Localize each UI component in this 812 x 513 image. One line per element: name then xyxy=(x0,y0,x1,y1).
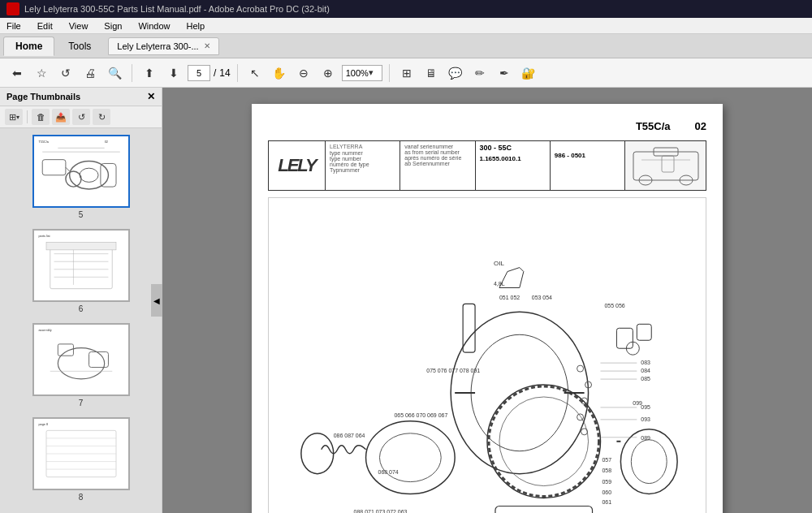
prev-page-button[interactable]: ⬆ xyxy=(139,63,160,84)
thumb-label-6: 6 xyxy=(79,304,84,313)
menu-file[interactable]: File xyxy=(3,19,24,32)
pdf-viewer[interactable]: T55C/a 02 LELY LELYTERRA type nummertype… xyxy=(162,88,812,513)
comment-tool[interactable]: 💬 xyxy=(445,63,466,84)
toolbar-sep-2 xyxy=(237,64,238,82)
menu-edit[interactable]: Edit xyxy=(34,19,56,32)
svg-rect-11 xyxy=(34,231,127,300)
pdf-page: T55C/a 02 LELY LELYTERRA type nummertype… xyxy=(252,104,723,513)
svg-text:055 056: 055 056 xyxy=(604,303,624,308)
note-tool[interactable]: 🖥 xyxy=(421,63,442,84)
machine-thumbnail xyxy=(624,141,706,190)
toolbar: ⬅ ☆ ↺ 🖨 🔍 ⬆ ⬇ / 14 ↖ ✋ ⊖ ⊕ 100% ▾ ⊞ 🖥 💬 … xyxy=(0,58,812,88)
thumb-label-5: 5 xyxy=(79,210,84,219)
thumbnail-6[interactable]: parts list 6 xyxy=(32,229,130,313)
svg-text:095: 095 xyxy=(641,404,650,410)
panel-collapse-button[interactable]: ◀ xyxy=(151,284,162,317)
model-col: 300 - 55C 1.1655.0010.1 xyxy=(476,141,551,190)
thumb-img-7: assembly xyxy=(32,323,130,396)
page-separator: / xyxy=(214,67,216,79)
pen-tool[interactable]: ✒ xyxy=(494,63,515,84)
stamp-tool[interactable]: 🔐 xyxy=(518,63,539,84)
panel-close-button[interactable]: ✕ xyxy=(147,91,155,102)
doc-tab-label: Lely Lelyterra 300-... xyxy=(117,41,198,51)
svg-text:4,8L: 4,8L xyxy=(494,281,505,287)
svg-text:053 054: 053 054 xyxy=(532,295,552,300)
highlight-tool[interactable]: ✏ xyxy=(469,63,490,84)
panel-delete-btn[interactable]: 🗑 xyxy=(32,109,50,125)
svg-text:059: 059 xyxy=(602,479,611,485)
thumbnail-5[interactable]: T55C/a 02 5 xyxy=(32,135,130,219)
thumbnail-8[interactable]: page 8 8 xyxy=(32,417,130,502)
zoom-out-small[interactable]: 🔍 xyxy=(104,63,125,84)
app-icon xyxy=(6,2,19,15)
brand-label: LELYTERRA xyxy=(330,144,395,149)
lely-logo: LELY xyxy=(269,141,326,190)
bookmark-button[interactable]: ☆ xyxy=(31,63,52,84)
svg-text:065 066 070 069 067: 065 066 070 069 067 xyxy=(394,412,447,418)
panel-title: Page Thumbnails xyxy=(6,92,80,101)
back-button[interactable]: ⬅ xyxy=(6,63,28,84)
svg-text:060: 060 xyxy=(602,489,611,495)
svg-text:085: 085 xyxy=(641,376,650,382)
next-page-button[interactable]: ⬇ xyxy=(163,63,184,84)
page-num: 02 xyxy=(695,120,706,132)
rotate-button[interactable]: ↺ xyxy=(55,63,76,84)
thumb-label-7: 7 xyxy=(79,399,84,407)
zoom-level: 100% xyxy=(346,68,369,78)
diagram-area: OIL 4,8L xyxy=(268,197,706,513)
doc-tab-close[interactable]: ✕ xyxy=(204,41,210,50)
panel-view-btn[interactable]: ⊞▾ xyxy=(5,109,23,125)
menu-sign[interactable]: Sign xyxy=(101,19,125,32)
total-pages: 14 xyxy=(219,67,230,79)
hand-tool-button[interactable]: ✋ xyxy=(269,63,290,84)
svg-rect-18 xyxy=(46,242,116,250)
info-table: LELY LELYTERRA type nummertype numbernum… xyxy=(268,140,706,191)
serial-header: vanaf serienummeras from serial numberap… xyxy=(404,144,470,166)
left-panel: Page Thumbnails ✕ ⊞▾ 🗑 📤 ↺ ↻ xyxy=(0,88,162,513)
svg-text:068 074: 068 074 xyxy=(378,469,399,475)
menu-bar: File Edit View Sign Window Help xyxy=(0,18,812,34)
panel-redo-btn[interactable]: ↻ xyxy=(93,109,110,125)
menu-help[interactable]: Help xyxy=(184,19,209,32)
svg-text:assembly: assembly xyxy=(38,329,51,332)
zoom-in-button[interactable]: ⊕ xyxy=(317,63,339,84)
thumbnail-7[interactable]: assembly 7 xyxy=(32,323,130,407)
zoom-dropdown[interactable]: ▾ xyxy=(369,67,374,78)
menu-window[interactable]: Window xyxy=(135,19,173,32)
panel-undo-btn[interactable]: ↺ xyxy=(72,109,90,125)
info-cols: LELYTERRA type nummertype numbernuméro d… xyxy=(326,141,624,190)
svg-text:T55C/a: T55C/a xyxy=(38,140,49,144)
brand-col: LELYTERRA type nummertype numbernuméro d… xyxy=(326,141,400,190)
thumbnails-area[interactable]: T55C/a 02 5 xyxy=(0,128,162,513)
panel-extract-btn[interactable]: 📤 xyxy=(52,109,70,125)
print-button[interactable]: 🖨 xyxy=(80,63,101,84)
tab-tools[interactable]: Tools xyxy=(56,37,103,56)
current-page-input[interactable] xyxy=(188,65,210,81)
svg-text:parts list: parts list xyxy=(38,235,50,238)
ribbon-tabs: Home Tools Lely Lelyterra 300-... ✕ xyxy=(0,34,812,58)
svg-text:088 071 073 072 063: 088 071 073 072 063 xyxy=(354,509,408,513)
svg-text:page 8: page 8 xyxy=(38,423,48,426)
title-bar-text: Lely Lelyterra 300-55C Parts List Manual… xyxy=(24,4,330,14)
panel-header: Page Thumbnails ✕ xyxy=(0,88,162,106)
zoom-out-button[interactable]: ⊖ xyxy=(293,63,314,84)
marquee-tool[interactable]: ⊞ xyxy=(396,63,417,84)
svg-text:086 087 064: 086 087 064 xyxy=(334,433,365,438)
toolbar-sep-3 xyxy=(389,64,390,82)
type-labels: type nummertype numbernuméro de typeTypn… xyxy=(330,150,395,173)
svg-text:061: 061 xyxy=(602,499,611,505)
doc-tab[interactable]: Lely Lelyterra 300-... ✕ xyxy=(108,37,218,55)
svg-text:057: 057 xyxy=(602,457,611,463)
type-code-value: 1.1655.0010.1 xyxy=(480,155,546,162)
tab-home[interactable]: Home xyxy=(3,37,54,56)
thumb-label-8: 8 xyxy=(79,493,84,502)
svg-text:093: 093 xyxy=(641,416,650,422)
panel-toolbar: ⊞▾ 🗑 📤 ↺ ↻ xyxy=(0,106,162,128)
menu-view[interactable]: View xyxy=(66,19,92,32)
svg-text:083: 083 xyxy=(641,360,650,365)
zoom-box: 100% ▾ xyxy=(342,65,382,81)
svg-rect-20 xyxy=(34,325,127,394)
title-bar: Lely Lelyterra 300-55C Parts List Manual… xyxy=(0,0,812,18)
select-tool-button[interactable]: ↖ xyxy=(244,63,266,84)
thumb-img-6: parts list xyxy=(32,229,130,302)
